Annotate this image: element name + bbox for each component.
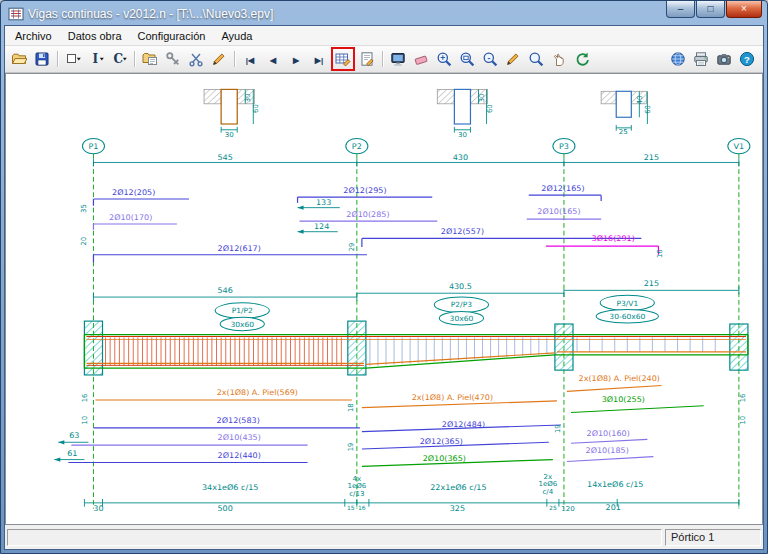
- beam-type-icon: I: [88, 51, 104, 67]
- toolbar-redraw-button[interactable]: [571, 48, 593, 70]
- drawing-area[interactable]: P1/P230x60P2/P330x60P3/V130-60x60P1P2P3V…: [5, 73, 763, 525]
- drawing-text: 2Ø12(557): [441, 227, 484, 236]
- drawing-text: 25: [549, 505, 557, 511]
- drawing-text: 3Ø16(291): [592, 234, 635, 243]
- toolbar-edit-button[interactable]: [208, 48, 230, 70]
- drawing-text: 30: [93, 505, 103, 514]
- beam-label: 30x60: [450, 314, 474, 323]
- drawing-text: 124: [314, 222, 329, 231]
- status-panel-main: [7, 529, 662, 546]
- drawing-text: 430: [453, 153, 468, 162]
- toolbar-section-type-button[interactable]: [62, 48, 84, 70]
- toolbar-snapshot-button[interactable]: [713, 48, 735, 70]
- beam-web-section: [454, 89, 470, 124]
- drawing-text: 2Ø12(165): [541, 184, 584, 193]
- toolbar-web-button[interactable]: [667, 48, 689, 70]
- toolbar-last-span-button[interactable]: ▶|: [308, 48, 330, 70]
- support-label: P2: [352, 142, 362, 151]
- column-section: [555, 324, 573, 370]
- pan-icon: [551, 51, 567, 67]
- window-title: Vigas continuas - v2012.n - [T:\...\Nuev…: [28, 7, 662, 21]
- drawing-text: 2x: [544, 473, 553, 481]
- drawing-text: 2x(1Ø8) A. Piel(569): [217, 388, 298, 397]
- toolbar-pan-button[interactable]: [548, 48, 570, 70]
- toolbar-zoom-out-button[interactable]: -: [479, 48, 501, 70]
- svg-text:◀: ◀: [269, 56, 277, 65]
- beam-label: 30-60x60: [609, 312, 645, 321]
- caption-buttons: –□×: [666, 1, 764, 18]
- slab-hatch: [601, 91, 616, 104]
- toolbar-open-button[interactable]: [8, 48, 30, 70]
- toolbar-help-button[interactable]: ?: [736, 48, 758, 70]
- drawing-text: 2Ø10(185): [586, 446, 629, 455]
- drawing-text: 20: [80, 237, 88, 246]
- toolbar-left: IC|◀◀▶▶|+-: [8, 47, 593, 71]
- drawing-canvas[interactable]: P1/P230x60P2/P330x60P3/V130-60x60P1P2P3V…: [6, 74, 762, 524]
- toolbar-cut-button[interactable]: [185, 48, 207, 70]
- menu-item-datos-obra[interactable]: Datos obra: [60, 28, 130, 44]
- toolbar-column-type-button[interactable]: C: [108, 48, 130, 70]
- toolbar-first-span-button[interactable]: |◀: [239, 48, 261, 70]
- drawing-text: 60: [644, 105, 652, 114]
- maximize-button[interactable]: □: [696, 1, 725, 18]
- column-section: [84, 321, 102, 375]
- menu-item-configuraci-n[interactable]: Configuración: [130, 28, 214, 44]
- beam-web-section: [616, 91, 631, 117]
- drawing-text: 2x(1Ø8) A. Piel(470): [412, 393, 493, 402]
- drawing-text: 16: [358, 505, 366, 511]
- help-icon: ?: [739, 51, 755, 67]
- support-label: P3: [559, 142, 569, 151]
- redline-icon: [505, 51, 521, 67]
- toolbar-prev-span-button[interactable]: ◀: [262, 48, 284, 70]
- toolbar-zoom-window-button[interactable]: [456, 48, 478, 70]
- toolbar-next-span-button[interactable]: ▶: [285, 48, 307, 70]
- drawing-text: 2Ø12(365): [420, 437, 463, 446]
- drawing-text: 430.5: [449, 283, 472, 292]
- toolbar-zoom-all-button[interactable]: [525, 48, 547, 70]
- project-data-icon: [142, 51, 158, 67]
- toolbar-redline-button[interactable]: [502, 48, 524, 70]
- app-body: ArchivoDatos obraConfiguraciónAyuda IC|◀…: [4, 25, 764, 550]
- drawing-text: 4x: [353, 475, 362, 483]
- drawing-text: 2Ø12(205): [112, 188, 155, 197]
- beam-web-section: [221, 89, 237, 124]
- drawing-text: c/4: [543, 488, 554, 496]
- drawing-text: 61: [67, 449, 77, 458]
- drawing-text: 1eØ6: [538, 481, 557, 489]
- drawing-text: 10: [81, 416, 89, 425]
- app-icon: [8, 6, 24, 22]
- zoom-all-icon: [528, 51, 544, 67]
- prev-span-icon: ◀: [265, 51, 281, 67]
- open-icon: [11, 51, 27, 67]
- drawing-text: 2Ø12(295): [343, 186, 386, 195]
- titlebar: Vigas continuas - v2012.n - [T:\...\Nuev…: [4, 1, 764, 25]
- svg-text:|◀: |◀: [246, 56, 255, 65]
- toolbar-save-button[interactable]: [31, 48, 53, 70]
- menu-item-ayuda[interactable]: Ayuda: [213, 28, 260, 44]
- toolbar-options-button[interactable]: [162, 48, 184, 70]
- slab-hatch: [204, 89, 221, 103]
- drawing-text: 2Ø10(165): [537, 208, 580, 217]
- toolbar-beam-type-button[interactable]: I: [85, 48, 107, 70]
- toolbar-print-button[interactable]: [690, 48, 712, 70]
- toolbar-zoom-in-button[interactable]: +: [433, 48, 455, 70]
- support-label: V1: [734, 142, 745, 151]
- drawing-text: 16: [739, 394, 747, 403]
- column-section: [730, 324, 748, 370]
- first-span-icon: |◀: [242, 51, 258, 67]
- close-button[interactable]: ×: [726, 1, 762, 18]
- menu-item-archivo[interactable]: Archivo: [7, 28, 60, 44]
- toolbar-edit-reinforcement-button[interactable]: [331, 47, 355, 71]
- toolbar-project-data-button[interactable]: [139, 48, 161, 70]
- drawing-text: 30: [477, 94, 485, 103]
- toolbar-drawing-sheet-button[interactable]: [356, 48, 378, 70]
- slab-hatch: [437, 89, 454, 103]
- toolbar-right: ?: [667, 48, 760, 70]
- drawing-text: 22x1eØ6 c/15: [430, 484, 486, 493]
- svg-text:+: +: [440, 53, 445, 63]
- svg-text:-: -: [487, 53, 490, 63]
- minimize-button[interactable]: –: [666, 1, 695, 18]
- toolbar-erase-button[interactable]: [410, 48, 432, 70]
- drawing-text: 19: [347, 443, 355, 452]
- toolbar-screen-view-button[interactable]: [387, 48, 409, 70]
